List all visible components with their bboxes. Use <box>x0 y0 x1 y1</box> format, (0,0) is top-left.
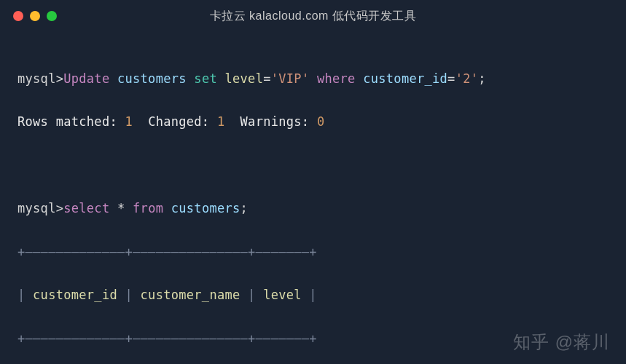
close-icon[interactable] <box>13 11 23 21</box>
terminal-output: mysql>Update customers set level='VIP' w… <box>0 32 626 364</box>
col-cid: customer_id <box>363 71 447 86</box>
blank-line <box>17 155 609 177</box>
changed-val: 1 <box>217 114 225 129</box>
semi: ; <box>478 71 486 86</box>
titlebar: 卡拉云 kalacloud.com 低代码开发工具 <box>0 0 626 32</box>
mysql-prompt: mysql> <box>17 201 63 215</box>
watermark: 知乎 @蒋川 <box>513 331 610 354</box>
maximize-icon[interactable] <box>47 11 57 21</box>
sql-select-line: mysql>select * from customers; <box>17 198 609 220</box>
eq: = <box>447 71 455 86</box>
val-2: '2' <box>455 71 479 86</box>
table-border-top: +—————————————+———————————————+———————+ <box>17 242 609 264</box>
mysql-prompt: mysql> <box>17 71 63 86</box>
star: * <box>117 201 125 215</box>
eq: = <box>263 71 271 86</box>
update-result-line: Rows matched: 1 Changed: 1 Warnings: 0 <box>17 111 609 133</box>
rows-matched-label: Rows matched: <box>17 114 117 129</box>
minimize-icon[interactable] <box>30 11 40 21</box>
col-level: level <box>225 71 264 86</box>
table-name: customers <box>171 201 240 215</box>
val-vip: 'VIP' <box>271 71 310 86</box>
window-title: 卡拉云 kalacloud.com 低代码开发工具 <box>210 9 417 24</box>
changed-label: Changed: <box>148 114 209 129</box>
col-header-level: level <box>263 288 302 302</box>
semi: ; <box>240 201 249 215</box>
col-header-name: customer_name <box>141 288 240 302</box>
kw-where: where <box>317 71 356 86</box>
rows-matched-val: 1 <box>125 114 133 129</box>
traffic-lights <box>13 11 57 21</box>
sql-update-line: mysql>Update customers set level='VIP' w… <box>17 68 609 90</box>
col-header-id: customer_id <box>33 288 117 302</box>
kw-select: select <box>63 201 109 215</box>
table-header-row: | customer_id | customer_name | level | <box>17 285 609 306</box>
kw-set: set <box>194 71 217 86</box>
kw-from: from <box>133 201 163 215</box>
warnings-val: 0 <box>317 114 325 129</box>
table-name: customers <box>117 71 187 86</box>
warnings-label: Warnings: <box>240 114 310 129</box>
kw-update: Update <box>63 71 109 86</box>
